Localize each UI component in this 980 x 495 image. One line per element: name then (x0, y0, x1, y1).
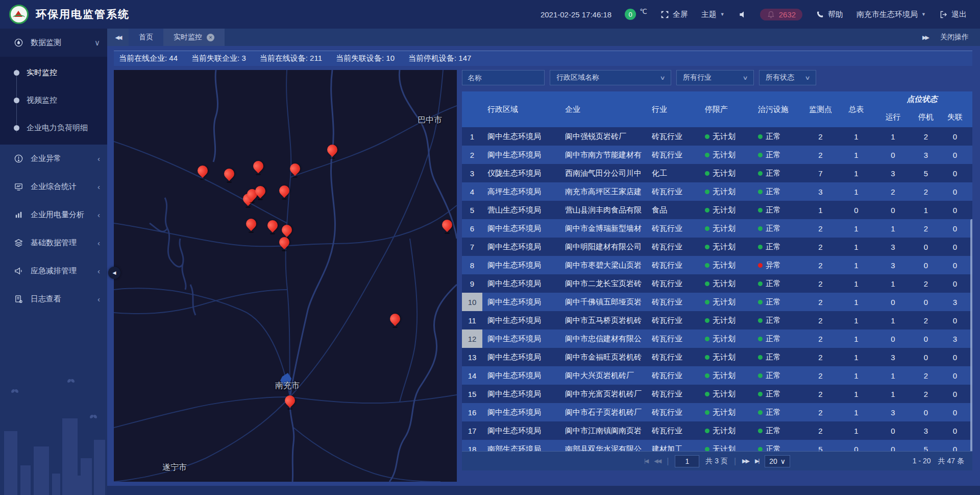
map-marker-icon[interactable] (288, 162, 302, 178)
industry-select-value: 所有行业 (683, 73, 712, 82)
close-tab-icon[interactable]: × (207, 34, 214, 41)
row-index: 15 (462, 385, 482, 403)
table-row[interactable]: 6 阆中生态环境局 阆中市金博瑞新型墙材 砖瓦行业 无计划 正常 2 1 1 2… (462, 219, 972, 238)
mute-button[interactable] (738, 10, 747, 19)
row-index: 7 (462, 238, 482, 256)
cell-total-meters: 1 (838, 224, 875, 233)
table-row[interactable]: 17 阆中生态环境局 阆中市江南镇阆南页岩 砖瓦行业 无计划 正常 2 1 0 … (462, 421, 972, 440)
region-select[interactable]: 行政区域名称 ∨ (550, 70, 671, 85)
cell-production-limit: 无计划 (700, 205, 753, 215)
tab-realtime-monitor[interactable]: 实时监控 × (163, 29, 225, 46)
map-marker-icon[interactable] (440, 219, 454, 234)
cell-lost: 0 (941, 371, 969, 380)
sidebar-item-company-abnormal[interactable]: 企业异常 ‹ (0, 145, 107, 173)
map-marker-icon[interactable] (223, 168, 236, 183)
table-row[interactable]: 14 阆中生态环境局 阆中大兴页岩机砖厂 砖瓦行业 无计划 正常 2 1 1 2… (462, 366, 972, 385)
cell-region: 阆中生态环境局 (482, 316, 560, 325)
fullscreen-button[interactable]: 全屏 (660, 10, 688, 19)
org-dropdown[interactable]: 南充市生态环境局 ▼ (856, 10, 926, 19)
cell-pollution-facility: 正常 (753, 426, 803, 436)
table-row[interactable]: 8 阆中生态环境局 阆中市枣碧大梁山页岩 砖瓦行业 无计划 异常 2 1 3 0… (462, 256, 972, 274)
cell-region: 南部生态环境局 (482, 444, 560, 452)
map-marker-icon[interactable] (244, 218, 258, 233)
cell-monitor-points: 2 (803, 151, 838, 159)
name-search-input[interactable] (462, 70, 545, 85)
table-row[interactable]: 13 阆中生态环境局 阆中市金福旺页岩机砖 砖瓦行业 无计划 正常 2 1 3 … (462, 348, 972, 366)
sidebar-item-video-monitor[interactable]: 视频监控 (0, 86, 107, 114)
sidebar-item-emergency-reduction[interactable]: 应急减排管理 ‹ (0, 257, 107, 285)
map-marker-icon[interactable] (283, 394, 297, 410)
cell-region: 阆中生态环境局 (482, 389, 560, 399)
temperature-badge: 0 (625, 9, 636, 20)
close-operations-button[interactable]: 关闭操作 (940, 33, 969, 42)
table-row[interactable]: 18 南部生态环境局 南部县双华水泥有限公 建材加工 无计划 正常 5 0 0 … (462, 440, 972, 451)
map-marker-icon[interactable] (266, 219, 279, 234)
cell-monitor-points: 2 (803, 427, 838, 435)
table-row[interactable]: 16 阆中生态环境局 阆中市石子页岩机砖厂 砖瓦行业 无计划 正常 2 1 3 … (462, 403, 972, 421)
cell-monitor-points: 2 (803, 408, 838, 417)
sidebar-item-company-statistics[interactable]: 企业综合统计 ‹ (0, 173, 107, 201)
sidebar-item-realtime-monitor[interactable]: 实时监控 (0, 59, 107, 86)
last-page-button[interactable]: ▶| (755, 458, 758, 464)
map-marker-icon[interactable] (388, 313, 402, 328)
cell-stopped: 2 (911, 132, 941, 141)
cell-company: 阆中市五马桥页岩机砖 (560, 316, 647, 325)
cell-pollution-facility: 正常 (753, 132, 803, 142)
cell-monitor-points: 2 (803, 224, 838, 233)
page-size-select[interactable]: 20 ∨ (765, 455, 790, 467)
map-marker-icon[interactable] (326, 144, 339, 159)
table-scrollbar[interactable] (970, 219, 972, 451)
table-row[interactable]: 11 阆中生态环境局 阆中市五马桥页岩机砖 砖瓦行业 无计划 正常 2 1 1 … (462, 311, 972, 329)
company-panel: 行政区域名称 ∨ 所有行业 ∨ 所有状态 ∨ (462, 70, 972, 482)
table-row[interactable]: 3 仪陇生态环境局 西南油气田分公司川中 化工 无计划 正常 7 1 3 5 0 (462, 164, 972, 182)
theme-dropdown[interactable]: 主题 ▼ (701, 10, 725, 19)
tab-scroll-right-button[interactable]: ▶▶ (922, 34, 928, 41)
map-marker-icon[interactable] (254, 185, 267, 200)
cell-total-meters: 1 (838, 243, 875, 251)
cell-running: 2 (875, 187, 911, 196)
help-button[interactable]: 帮助 (816, 10, 843, 19)
sidebar-item-base-data[interactable]: 基础数据管理 ‹ (0, 229, 107, 257)
sidebar-subitem-label: 视频监控 (27, 96, 57, 105)
table-row[interactable]: 10 阆中生态环境局 阆中千佛镇五郎垭页岩 砖瓦行业 无计划 正常 2 1 0 … (462, 293, 972, 311)
table-row[interactable]: 1 阆中生态环境局 阆中强锐页岩砖厂 砖瓦行业 无计划 正常 2 1 1 2 0 (462, 127, 972, 146)
cell-stopped: 2 (911, 187, 941, 196)
col-stopped: 停机 (911, 107, 941, 127)
sidebar-item-power-analysis[interactable]: 企业用电量分析 ‹ (0, 201, 107, 229)
cell-monitor-points: 2 (803, 390, 838, 398)
cell-running: 0 (875, 445, 911, 452)
cell-running: 3 (875, 408, 911, 417)
tab-scroll-left-button[interactable]: ◀◀ (107, 29, 129, 46)
bar-chart-icon (14, 210, 23, 220)
cell-region: 阆中生态环境局 (482, 132, 560, 142)
map-marker-icon[interactable] (196, 164, 209, 180)
map-marker-icon[interactable] (278, 184, 291, 200)
table-row[interactable]: 15 阆中生态环境局 阆中市光富页岩机砖厂 砖瓦行业 无计划 正常 2 1 1 … (462, 385, 972, 403)
status-select[interactable]: 所有状态 ∨ (759, 70, 816, 85)
table-row[interactable]: 9 阆中生态环境局 阆中市二龙长宝页岩砖 砖瓦行业 无计划 正常 2 1 1 2… (462, 274, 972, 293)
prev-page-button[interactable]: ◀◀ (654, 458, 660, 464)
sidebar-collapse-handle[interactable]: ◀ (108, 267, 120, 279)
next-page-button[interactable]: ▶▶ (742, 458, 749, 464)
stats-bar: 当前在线企业: 44 当前失联企业: 3 当前在线设备: 211 当前失联设备:… (114, 51, 972, 66)
map-marker-icon[interactable] (278, 236, 291, 251)
map-marker-icon[interactable] (252, 160, 265, 175)
row-index: 16 (462, 403, 482, 421)
table-row[interactable]: 4 高坪生态环境局 南充市高坪区王家店建 砖瓦行业 无计划 正常 3 1 2 2… (462, 182, 972, 201)
table-row[interactable]: 2 阆中生态环境局 阆中市南方节能建材有 砖瓦行业 无计划 正常 2 1 0 3… (462, 146, 972, 164)
page-number-input[interactable] (675, 455, 699, 467)
table-row[interactable]: 7 阆中生态环境局 阆中明阳建材有限公司 砖瓦行业 无计划 正常 2 1 3 0… (462, 238, 972, 256)
sidebar-item-data-monitor[interactable]: 数据监测 ∨ (0, 29, 107, 57)
logout-button[interactable]: 退出 (939, 10, 967, 19)
map[interactable]: 巴中市南充市遂宁市 (114, 70, 457, 482)
table-row[interactable]: 12 阆中生态环境局 阆中市忠信建材有限公 砖瓦行业 无计划 正常 2 1 0 … (462, 329, 972, 348)
table-row[interactable]: 5 营山生态环境局 营山县润丰肉食品有限 食品 无计划 正常 1 0 0 1 0 (462, 201, 972, 219)
sidebar-item-power-load-detail[interactable]: 企业电力负荷明细 (0, 114, 107, 142)
row-index: 6 (462, 219, 482, 238)
notification-pill[interactable]: 2632 (760, 9, 802, 20)
tab-home[interactable]: 首页 (129, 29, 163, 46)
first-page-button[interactable]: |◀ (644, 458, 648, 464)
industry-select[interactable]: 所有行业 ∨ (676, 70, 754, 85)
col-region: 行政区域 (482, 91, 560, 127)
sidebar-item-log-view[interactable]: 日志查看 ‹ (0, 285, 107, 313)
